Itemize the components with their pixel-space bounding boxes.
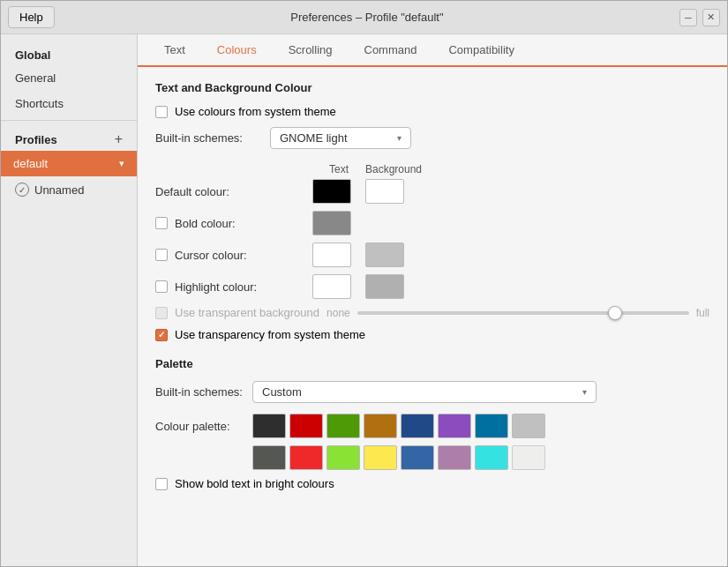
transparent-row: Use transparent background none full bbox=[155, 306, 709, 319]
show-bold-row: Show bold text in bright colours bbox=[155, 477, 709, 490]
system-theme-row: Use colours from system theme bbox=[155, 105, 709, 118]
show-bold-label: Show bold text in bright colours bbox=[175, 477, 334, 490]
palette-swatch-8[interactable] bbox=[252, 445, 286, 470]
color-headers: Text Background bbox=[312, 163, 709, 175]
global-section-label: Global bbox=[1, 41, 137, 65]
palette-scheme-row: Built-in schemes: Custom ▾ bbox=[155, 381, 709, 403]
highlight-colour-label-area: Highlight colour: bbox=[155, 280, 312, 294]
cursor-background-color-swatch[interactable] bbox=[365, 242, 404, 267]
palette-swatch-11[interactable] bbox=[364, 445, 397, 470]
bold-text-color-swatch[interactable] bbox=[312, 211, 351, 235]
text-background-title: Text and Background Colour bbox=[155, 81, 709, 94]
bold-colour-checkbox[interactable] bbox=[155, 217, 168, 229]
tab-compatibility[interactable]: Compatibility bbox=[432, 34, 529, 67]
help-button[interactable]: Help bbox=[8, 6, 55, 28]
system-transparency-label: Use transparency from system theme bbox=[175, 328, 365, 341]
scheme-row: Built-in schemes: GNOME light ▾ bbox=[155, 127, 709, 149]
default-colour-label-area: Default colour: bbox=[155, 185, 312, 198]
palette-swatch-7[interactable] bbox=[512, 414, 545, 438]
tab-command[interactable]: Command bbox=[349, 34, 433, 67]
slider-thumb bbox=[608, 306, 622, 320]
default-colour-row: Default colour: bbox=[155, 179, 709, 204]
transparent-bg-label: Use transparent background bbox=[175, 306, 319, 319]
panel-content: Text and Background Colour Use colours f… bbox=[138, 67, 727, 566]
highlight-colour-label: Highlight colour: bbox=[175, 280, 257, 294]
profiles-label: Profiles bbox=[15, 133, 57, 146]
palette-swatch-9[interactable] bbox=[289, 445, 323, 470]
colour-palette-label: Colour palette: bbox=[155, 420, 244, 433]
cursor-colour-checkbox[interactable] bbox=[155, 249, 168, 261]
palette-swatch-5[interactable] bbox=[438, 414, 471, 438]
palette-scheme-label: Built-in schemes: bbox=[155, 385, 244, 399]
default-colour-label: Default colour: bbox=[155, 185, 229, 198]
close-button[interactable]: ✕ bbox=[702, 9, 720, 26]
none-label: none bbox=[326, 307, 350, 319]
system-transparency-checkbox[interactable] bbox=[155, 329, 168, 341]
add-profile-button[interactable]: + bbox=[115, 131, 123, 147]
bold-colour-row: Bold colour: bbox=[155, 211, 709, 235]
highlight-colour-checkbox[interactable] bbox=[155, 280, 168, 293]
default-background-color-swatch[interactable] bbox=[365, 179, 404, 204]
cursor-colour-label-area: Cursor colour: bbox=[155, 249, 312, 262]
palette-scheme-dropdown[interactable]: Custom ▾ bbox=[252, 381, 597, 403]
cursor-colour-label: Cursor colour: bbox=[175, 249, 247, 262]
palette-swatch-14[interactable] bbox=[475, 445, 508, 470]
main-window: Help Preferences – Profile "default" ─ ✕… bbox=[0, 0, 728, 567]
tab-text[interactable]: Text bbox=[148, 34, 201, 67]
chevron-down-icon: ▾ bbox=[397, 133, 402, 143]
sidebar-item-shortcuts[interactable]: Shortcuts bbox=[1, 91, 137, 116]
check-circle-icon: ✓ bbox=[15, 183, 29, 197]
main-panel: Text Colours Scrolling Command Compatibi… bbox=[138, 34, 727, 566]
sidebar-item-default[interactable]: default ▾ bbox=[1, 151, 137, 176]
highlight-text-color-swatch[interactable] bbox=[312, 274, 351, 299]
palette-swatch-10[interactable] bbox=[326, 445, 360, 470]
bold-colour-label-area: Bold colour: bbox=[155, 217, 312, 230]
tab-bar: Text Colours Scrolling Command Compatibi… bbox=[138, 34, 727, 67]
palette-swatch-6[interactable] bbox=[475, 414, 508, 438]
palette-title: Palette bbox=[155, 357, 709, 370]
background-header: Background bbox=[365, 163, 418, 175]
palette-swatch-3[interactable] bbox=[364, 414, 397, 438]
text-header: Text bbox=[312, 163, 365, 175]
scheme-value: GNOME light bbox=[280, 131, 348, 145]
palette-swatch-13[interactable] bbox=[438, 445, 471, 470]
tab-colours[interactable]: Colours bbox=[201, 34, 273, 67]
palette-swatch-1[interactable] bbox=[289, 414, 323, 438]
sidebar: Global General Shortcuts Profiles + defa… bbox=[1, 34, 138, 566]
sidebar-item-unnamed[interactable]: ✓ Unnamed bbox=[1, 176, 137, 203]
builtin-schemes-label: Built-in schemes: bbox=[155, 131, 261, 145]
opacity-slider[interactable] bbox=[357, 311, 689, 315]
unnamed-profile-label: Unnamed bbox=[34, 183, 84, 197]
highlight-colour-row: Highlight colour: bbox=[155, 274, 709, 299]
titlebar: Help Preferences – Profile "default" ─ ✕ bbox=[1, 1, 727, 34]
full-label: full bbox=[696, 307, 709, 319]
content-area: Global General Shortcuts Profiles + defa… bbox=[1, 34, 727, 566]
palette-swatch-4[interactable] bbox=[401, 414, 434, 438]
palette-swatches-row1 bbox=[252, 414, 545, 438]
cursor-colour-row: Cursor colour: bbox=[155, 242, 709, 267]
transparent-bg-checkbox[interactable] bbox=[155, 307, 168, 319]
window-title: Preferences – Profile "default" bbox=[290, 11, 443, 24]
palette-swatch-12[interactable] bbox=[401, 445, 434, 470]
tab-scrolling[interactable]: Scrolling bbox=[273, 34, 349, 67]
palette-row-2 bbox=[155, 445, 709, 470]
palette-scheme-value: Custom bbox=[262, 385, 302, 399]
system-transparency-row: Use transparency from system theme bbox=[155, 328, 709, 341]
profiles-row: Profiles + bbox=[1, 124, 137, 151]
chevron-down-icon: ▾ bbox=[582, 387, 587, 397]
default-text-color-swatch[interactable] bbox=[312, 179, 351, 204]
default-profile-label: default bbox=[13, 157, 48, 170]
palette-swatch-0[interactable] bbox=[252, 414, 286, 438]
bold-colour-label: Bold colour: bbox=[175, 217, 236, 230]
sidebar-item-general[interactable]: General bbox=[1, 65, 137, 91]
scheme-dropdown[interactable]: GNOME light ▾ bbox=[270, 127, 411, 149]
opacity-slider-container bbox=[357, 311, 689, 315]
highlight-background-color-swatch[interactable] bbox=[365, 274, 404, 299]
window-controls: ─ ✕ bbox=[679, 9, 720, 26]
system-theme-checkbox[interactable] bbox=[155, 106, 168, 118]
palette-swatch-2[interactable] bbox=[326, 414, 360, 438]
minimize-button[interactable]: ─ bbox=[679, 9, 697, 26]
cursor-text-color-swatch[interactable] bbox=[312, 242, 351, 267]
show-bold-checkbox[interactable] bbox=[155, 478, 168, 490]
palette-swatch-15[interactable] bbox=[512, 445, 545, 470]
